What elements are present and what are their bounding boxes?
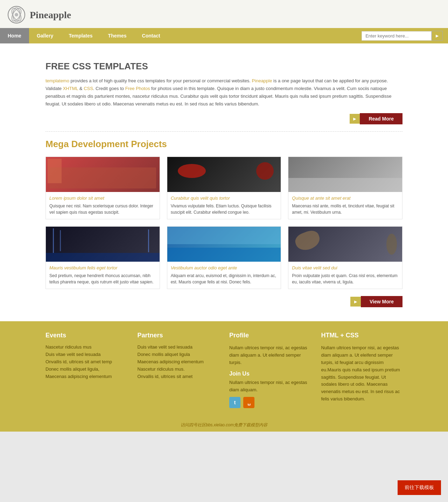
logo-text: Pineapple <box>30 9 71 21</box>
footer-events-item-1[interactable]: Nascetur ridiculus mus <box>46 344 127 350</box>
footer-join-text: Nullam ultrices tempor nisi, ac egestas … <box>229 379 311 394</box>
project-image-3 <box>288 157 402 192</box>
footer-profile: Profile Nullam ultrices tempor nisi, ac … <box>229 332 311 408</box>
project-card-4: Mauris vestibulum felis eget tortor Sed … <box>46 226 160 289</box>
social-icons: t ␣ <box>229 397 311 408</box>
footer-html-title: HTML + CSS <box>321 332 403 339</box>
view-more-arrow-icon: ► <box>353 299 358 304</box>
project-image-6 <box>288 227 402 262</box>
project-desc-4: Sed pretium, neque hendrerit rhoncus acc… <box>49 273 156 285</box>
search-button[interactable]: ► <box>432 31 443 41</box>
project-title-2: Curabitur quis velit quis tortor <box>171 195 278 201</box>
search-input[interactable] <box>362 31 432 41</box>
read-more-arrow[interactable]: ► <box>350 114 360 124</box>
project-desc-5: Aliquam erat arcu, euismod et, dignissim… <box>171 273 278 285</box>
footer-events-title: Events <box>46 332 127 339</box>
css-link[interactable]: CSS <box>84 86 93 91</box>
project-card-3: Quisque at ante sit amet erat Maecenas n… <box>288 157 402 219</box>
project-info-1: Lorem ipsum dolor sit amet Quisque nec n… <box>46 192 160 219</box>
footer-html-css: HTML + CSS Nullam ultrices tempor nisi, … <box>321 332 403 408</box>
footer-partners-item-5[interactable]: Onvallis id, ultrices sit amet <box>138 374 219 379</box>
read-more-container: ► Read More <box>46 113 402 124</box>
project-info-4: Mauris vestibulum felis eget tortor Sed … <box>46 262 160 289</box>
project-title-6: Duis vitae velit sed dui <box>292 265 399 270</box>
rss-icon[interactable]: ␣ <box>243 397 254 408</box>
project-card-1: Lorem ipsum dolor sit amet Quisque nec n… <box>46 157 160 219</box>
amp-text: & <box>78 86 84 91</box>
arrow-icon: ► <box>352 116 357 122</box>
project-title-3: Quisque at ante sit amet erat <box>292 195 399 201</box>
twitter-icon[interactable]: t <box>229 397 240 408</box>
footer-partners-item-2[interactable]: Donec mollis aliquet ligula <box>138 352 219 357</box>
svg-point-4 <box>15 13 18 16</box>
project-card-5: Vestibulum auctor odio eget ante Aliquam… <box>167 226 281 289</box>
project-desc-3: Maecenas nisl ante, mollis et, tincidunt… <box>292 203 399 215</box>
footer-events: Events Nascetur ridiculus mus Duis vitae… <box>46 332 127 408</box>
nav-items: Home Gallery Templates Themes Contact <box>0 28 168 43</box>
footer-profile-title: Profile <box>229 332 311 339</box>
project-image-2 <box>167 157 281 192</box>
footer-join-title: Join Us <box>229 371 311 377</box>
project-image-1 <box>46 157 160 192</box>
project-title-1: Lorem ipsum dolor sit amet <box>49 195 156 201</box>
nav: Home Gallery Templates Themes Contact ► <box>0 28 448 43</box>
footer-partners: Partners Duis vitae velit sed lesuada Do… <box>138 332 219 408</box>
watermark: 访问四号社区bbs.xielao.com免费下载模型内容 <box>0 419 448 432</box>
project-desc-2: Vivamus vulputate felis. Etiam luctus. Q… <box>171 203 278 215</box>
projects-title: Mega Development Projects <box>46 139 402 150</box>
footer-profile-text: Nullam ultrices tempor nisi, ac egestas … <box>229 344 311 366</box>
logo: Pineapple <box>7 5 71 25</box>
view-more-button[interactable]: View More <box>361 296 402 307</box>
project-title-4: Mauris vestibulum felis eget tortor <box>49 265 156 270</box>
project-card-6: Duis vitae velit sed dui Proin vulputate… <box>288 226 402 289</box>
intro-text-3: . Credit goes to <box>93 86 125 91</box>
nav-templates[interactable]: Templates <box>61 28 100 43</box>
nav-contact[interactable]: Contact <box>134 28 168 43</box>
templatemo-link[interactable]: templatemo <box>46 78 69 83</box>
view-more-container: ► View More <box>46 296 402 307</box>
nav-themes[interactable]: Themes <box>100 28 134 43</box>
project-desc-6: Proin vulputate justo et quam. Cras nisl… <box>292 273 399 285</box>
intro-text-1: provides a lot of high quality free css … <box>69 78 252 83</box>
footer-partners-item-3[interactable]: Maecenas adipiscing elementum <box>138 359 219 364</box>
pineapple-link[interactable]: Pineapple <box>252 78 272 83</box>
search-icon: ► <box>435 33 440 39</box>
view-more-arrow[interactable]: ► <box>350 297 361 307</box>
projects-grid: Lorem ipsum dolor sit amet Quisque nec n… <box>46 157 402 289</box>
section-divider <box>46 131 402 132</box>
intro-paragraph: templatemo provides a lot of high qualit… <box>46 77 402 108</box>
project-info-3: Quisque at ante sit amet erat Maecenas n… <box>288 192 402 219</box>
page-title: FREE CSS TEMPLATES <box>46 61 402 72</box>
main-content: FREE CSS TEMPLATES templatemo provides a… <box>0 43 448 321</box>
search-area: ► <box>362 31 448 41</box>
project-title-5: Vestibulum auctor odio eget ante <box>171 265 278 270</box>
footer-events-item-4[interactable]: Donec mollis aliquet ligula, <box>46 366 127 372</box>
footer-html-text: Nullam ultrices tempor nisi, ac egestas … <box>321 344 403 403</box>
project-info-5: Vestibulum auctor odio eget ante Aliquam… <box>167 262 281 289</box>
nav-home[interactable]: Home <box>0 28 29 43</box>
project-card-2: Curabitur quis velit quis tortor Vivamus… <box>167 157 281 219</box>
footer-events-item-5[interactable]: Maecenas adipiscing elementum <box>46 374 127 379</box>
project-info-2: Curabitur quis velit quis tortor Vivamus… <box>167 192 281 219</box>
footer: Events Nascetur ridiculus mus Duis vitae… <box>0 321 448 419</box>
projects-section: Mega Development Projects Lorem ipsum do… <box>46 139 402 307</box>
footer-events-item-3[interactable]: Onvallis id, ultrices sit amet temp <box>46 359 127 364</box>
footer-partners-title: Partners <box>138 332 219 339</box>
header: Pineapple <box>0 0 448 28</box>
footer-partners-item-1[interactable]: Duis vitae velit sed lesuada <box>138 344 219 350</box>
project-info-6: Duis vitae velit sed dui Proin vulputate… <box>288 262 402 289</box>
project-image-4 <box>46 227 160 262</box>
footer-events-item-2[interactable]: Duis vitae velit sed lesuada <box>46 352 127 357</box>
free-photos-link[interactable]: Free Photos <box>125 86 150 91</box>
read-more-button[interactable]: Read More <box>360 113 402 124</box>
nav-gallery[interactable]: Gallery <box>29 28 61 43</box>
project-image-5 <box>167 227 281 262</box>
project-desc-1: Quisque nec nisl. Nam scelerisque cursus… <box>49 203 156 215</box>
xhtml-link[interactable]: XHTML <box>63 86 78 91</box>
logo-icon <box>7 5 26 25</box>
footer-partners-item-4[interactable]: Nascetur ridiculus mus. <box>138 366 219 372</box>
